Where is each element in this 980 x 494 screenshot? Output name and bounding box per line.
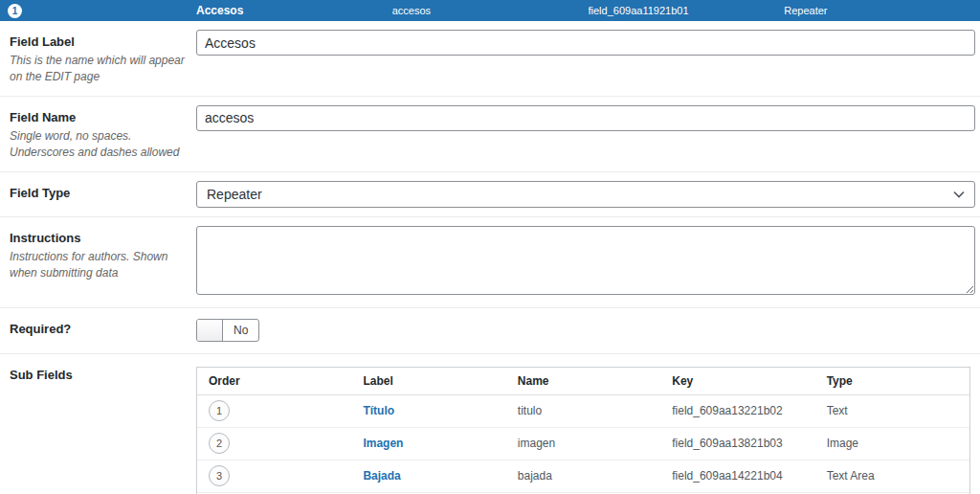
- field-type-selected-value: Repeater: [207, 187, 262, 202]
- table-row: 1 Título titulo field_609aa13221b02 Text: [197, 395, 969, 428]
- instructions-content: [196, 217, 980, 307]
- field-name-labels: Field Name Single word, no spaces. Under…: [0, 97, 196, 171]
- sub-fields-content: Order Label Name Key Type 1 Título titul…: [196, 354, 980, 494]
- field-header-type: Repeater: [784, 5, 980, 16]
- field-label-labels: Field Label This is the name which will …: [0, 21, 196, 96]
- field-label-content: [196, 21, 980, 96]
- field-name-content: [196, 97, 980, 171]
- required-row: Required? No: [0, 308, 980, 354]
- field-type-labels: Field Type: [0, 172, 196, 216]
- required-labels: Required?: [0, 308, 196, 353]
- field-name-row: Field Name Single word, no spaces. Under…: [0, 97, 980, 172]
- subfield-label-link[interactable]: Título: [363, 404, 394, 417]
- column-header-type: Type: [815, 368, 969, 394]
- field-label-description: This is the name which will appear on th…: [10, 53, 187, 86]
- field-label-input[interactable]: [196, 30, 975, 56]
- subfield-type: Image: [815, 432, 969, 455]
- sub-fields-labels: Sub Fields: [0, 354, 196, 494]
- field-header-name: accesos: [392, 5, 589, 16]
- subfield-name: imagen: [506, 432, 660, 455]
- chevron-down-icon: [953, 191, 965, 198]
- instructions-title: Instructions: [10, 231, 187, 245]
- field-header-bar[interactable]: 1 Accesos accesos field_609aa11921b01 Re…: [0, 0, 980, 21]
- required-toggle-value: No: [223, 320, 258, 341]
- instructions-textarea[interactable]: [196, 226, 975, 295]
- field-header-label: Accesos: [196, 4, 392, 17]
- field-order-badge[interactable]: 1: [8, 4, 22, 18]
- instructions-description: Instructions for authors. Shown when sub…: [10, 249, 187, 282]
- toggle-knob[interactable]: [197, 320, 223, 341]
- required-content: No: [196, 308, 980, 353]
- field-type-select[interactable]: Repeater: [196, 181, 975, 208]
- field-name-title: Field Name: [10, 110, 187, 124]
- subfield-key: field_609aa13221b02: [660, 399, 814, 422]
- subfield-type: Text: [815, 399, 969, 422]
- field-label-row: Field Label This is the name which will …: [0, 21, 980, 97]
- column-header-order: Order: [197, 368, 351, 394]
- sub-fields-table: Order Label Name Key Type 1 Título titul…: [196, 367, 970, 494]
- subfield-order-badge[interactable]: 2: [209, 433, 230, 454]
- instructions-labels: Instructions Instructions for authors. S…: [0, 217, 196, 307]
- sub-fields-table-header: Order Label Name Key Type: [197, 368, 969, 395]
- column-header-name: Name: [506, 368, 660, 394]
- field-name-description: Single word, no spaces. Underscores and …: [10, 128, 187, 162]
- field-type-content: Repeater: [196, 172, 980, 216]
- field-name-input[interactable]: [196, 105, 975, 131]
- subfield-order-badge[interactable]: 1: [209, 400, 230, 421]
- subfield-label-link[interactable]: Bajada: [363, 469, 400, 483]
- subfield-key: field_609aa14221b04: [660, 464, 814, 487]
- instructions-row: Instructions Instructions for authors. S…: [0, 217, 980, 308]
- sub-fields-title: Sub Fields: [10, 368, 187, 382]
- column-header-label: Label: [351, 368, 505, 394]
- required-title: Required?: [10, 322, 187, 336]
- column-header-key: Key: [660, 368, 814, 394]
- subfield-type: Text Area: [815, 464, 969, 487]
- subfield-name: titulo: [506, 399, 660, 422]
- subfield-order-badge[interactable]: 3: [209, 465, 230, 486]
- table-row: 2 Imagen imagen field_609aa13821b03 Imag…: [197, 428, 969, 460]
- field-order-column: 1: [0, 4, 196, 18]
- field-header-key: field_609aa11921b01: [589, 5, 785, 16]
- subfield-key: field_609aa13821b03: [660, 432, 814, 455]
- table-row: 3 Bajada bajada field_609aa14221b04 Text…: [197, 460, 969, 493]
- field-type-title: Field Type: [10, 186, 187, 200]
- field-type-row: Field Type Repeater: [0, 172, 980, 217]
- required-toggle[interactable]: No: [196, 319, 259, 342]
- subfield-name: bajada: [506, 464, 660, 487]
- subfield-label-link[interactable]: Imagen: [363, 437, 403, 450]
- field-label-title: Field Label: [10, 34, 187, 49]
- sub-fields-row: Sub Fields Order Label Name Key Type 1 T…: [0, 354, 980, 494]
